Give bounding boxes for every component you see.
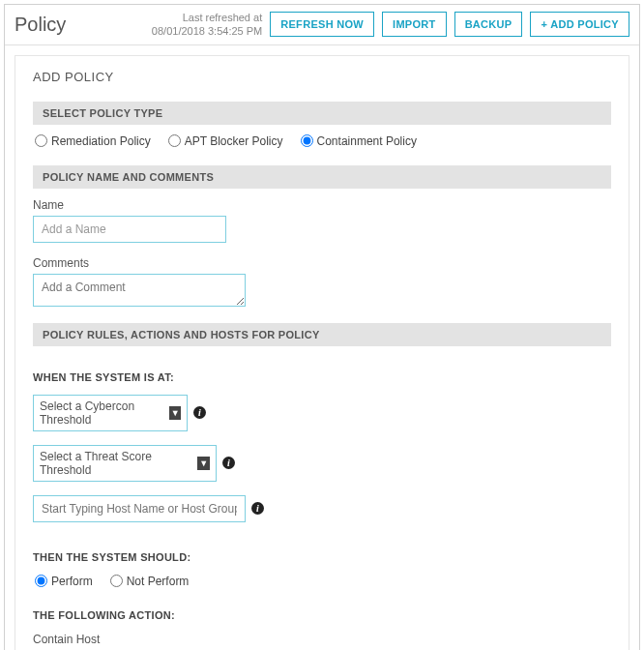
radio-remediation-policy[interactable]: Remediation Policy (35, 134, 151, 148)
when-label: WHEN THE SYSTEM IS AT: (33, 371, 611, 383)
chevron-down-icon: ▼ (197, 457, 210, 470)
last-refreshed: Last refreshed at 08/01/2018 3:54:25 PM (152, 11, 262, 39)
section-bar-name: POLICY NAME AND COMMENTS (33, 165, 611, 189)
info-icon[interactable]: i (222, 457, 235, 469)
refresh-now-button[interactable]: REFRESH NOW (270, 12, 374, 37)
policy-type-radios: Remediation Policy APT Blocker Policy Co… (33, 134, 611, 148)
page-title: Policy (15, 14, 66, 36)
then-label: THEN THE SYSTEM SHOULD: (33, 551, 611, 563)
info-icon[interactable]: i (251, 502, 264, 515)
action-label: THE FOLLOWING ACTION: (33, 609, 611, 621)
add-policy-button[interactable]: + ADD POLICY (530, 12, 629, 37)
host-input[interactable] (33, 495, 246, 522)
comments-label: Comments (33, 256, 611, 270)
import-button[interactable]: IMPORT (382, 12, 447, 37)
info-icon[interactable]: i (193, 406, 206, 419)
cybercon-threshold-select[interactable]: Select a Cybercon Threshold ▼ (33, 395, 188, 431)
form-title: ADD POLICY (33, 70, 611, 84)
name-input[interactable] (33, 216, 226, 243)
section-bar-rules: POLICY RULES, ACTIONS AND HOSTS FOR POLI… (33, 323, 611, 346)
radio-not-perform[interactable]: Not Perform (110, 575, 190, 588)
add-policy-form: ADD POLICY SELECT POLICY TYPE Remediatio… (15, 55, 629, 650)
chevron-down-icon: ▼ (169, 406, 181, 420)
radio-apt-blocker-policy[interactable]: APT Blocker Policy (168, 134, 283, 148)
action-value: Contain Host (33, 633, 611, 646)
threat-score-threshold-select[interactable]: Select a Threat Score Threshold ▼ (33, 445, 217, 482)
radio-containment-policy[interactable]: Containment Policy (301, 134, 417, 148)
backup-button[interactable]: BACKUP (454, 12, 523, 37)
name-label: Name (33, 198, 611, 212)
section-bar-type: SELECT POLICY TYPE (33, 102, 611, 125)
comments-input[interactable] (33, 274, 246, 307)
page-header: Policy Last refreshed at 08/01/2018 3:54… (5, 5, 639, 45)
radio-perform[interactable]: Perform (35, 575, 93, 588)
